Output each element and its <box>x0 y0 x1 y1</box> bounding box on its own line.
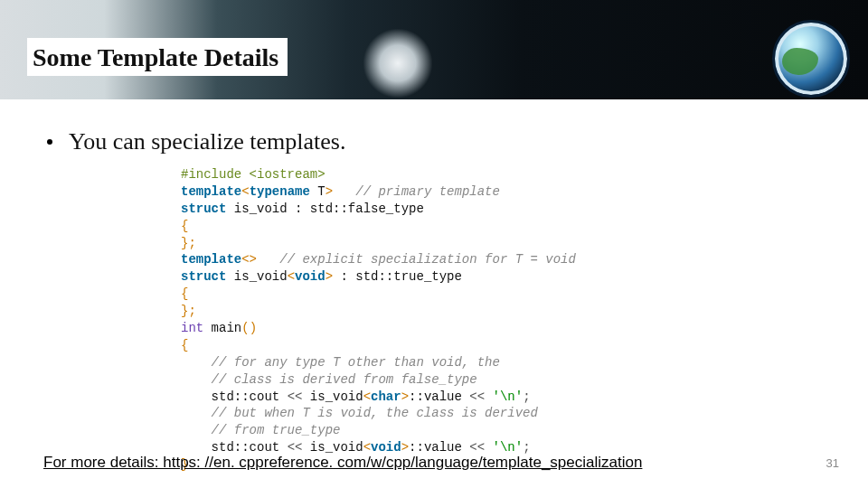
bullet-item: You can specialize templates. <box>47 128 868 155</box>
code-token: struct <box>181 202 226 216</box>
code-token: // primary template <box>333 184 500 199</box>
code-token: char <box>371 389 401 404</box>
code-token: < <box>241 184 249 199</box>
code-token: ::value <box>409 440 469 455</box>
code-token: <> <box>241 252 257 267</box>
code-token: < <box>288 269 295 284</box>
code-token: main <box>203 321 241 335</box>
code-token: int <box>181 321 203 335</box>
code-token: ; <box>523 389 530 404</box>
code-token: // but when T is void, the class is deri… <box>181 406 538 420</box>
bullet-dot-icon <box>47 139 52 145</box>
code-token: { <box>181 338 188 352</box>
code-token: '\n' <box>485 389 523 404</box>
bullet-text: You can specialize templates. <box>69 128 345 155</box>
code-token: << <box>288 440 303 455</box>
code-token: template <box>181 184 241 199</box>
code-token: '\n' <box>485 440 523 455</box>
page-number: 31 <box>826 456 839 470</box>
code-token: void <box>295 269 326 284</box>
code-token: is_void : std::false_type <box>226 202 423 216</box>
code-token: < <box>363 440 371 455</box>
code-token: struct <box>181 269 226 284</box>
code-token: > <box>326 269 333 284</box>
code-token: #include <iostream> <box>181 167 326 182</box>
jcsda-logo-icon <box>772 20 850 98</box>
code-token: }; <box>181 236 196 250</box>
code-token: ::value <box>409 389 469 404</box>
code-token: std::cout <box>181 440 288 455</box>
code-token: // class is derived from false_type <box>181 372 477 387</box>
code-token: << <box>469 440 485 455</box>
code-token: template <box>181 252 241 267</box>
code-token: : std::true_type <box>333 269 462 284</box>
header-banner: Some Template Details <box>0 0 868 99</box>
code-token: () <box>241 321 257 335</box>
code-token: { <box>181 219 188 233</box>
code-token: { <box>181 286 188 301</box>
code-token: << <box>469 389 485 404</box>
code-token: }; <box>181 304 196 318</box>
code-token: ; <box>523 440 530 455</box>
code-token: > <box>401 440 409 455</box>
code-token: << <box>288 389 303 404</box>
code-token: > <box>326 184 333 199</box>
code-token: // explicit specialization for T = void <box>257 252 576 267</box>
code-token: is_void <box>302 389 363 404</box>
code-token: typename <box>250 184 310 199</box>
code-token: > <box>401 389 409 404</box>
code-token: void <box>371 440 401 455</box>
code-block: #include <iostream> template<typename T>… <box>181 166 687 474</box>
code-token: // from true_type <box>181 423 340 437</box>
code-token: T <box>310 184 326 199</box>
code-token: std::cout <box>181 389 288 404</box>
code-token: is_void <box>302 440 363 455</box>
code-token: is_void <box>226 269 287 284</box>
code-token: // for any type T other than void, the <box>181 355 500 370</box>
code-token: < <box>363 389 371 404</box>
reference-link[interactable]: For more details: https: //en. cpprefere… <box>43 454 642 472</box>
slide-title: Some Template Details <box>27 38 288 76</box>
